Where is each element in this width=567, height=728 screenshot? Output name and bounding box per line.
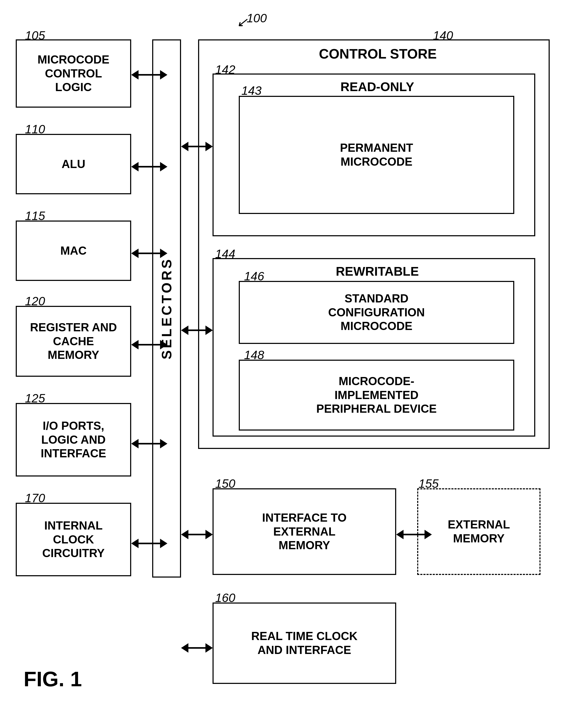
real-time-clock-label: REAL TIME CLOCKAND INTERFACE: [252, 629, 357, 657]
arrow-to-rtc: [181, 643, 213, 653]
arrow-105: [131, 70, 167, 80]
standard-config-box: STANDARDCONFIGURATIONMICROCODE: [239, 281, 514, 344]
permanent-microcode-box: PERMANENTMICROCODE: [239, 96, 514, 214]
internal-clock-label: INTERNALCLOCKCIRCUITRY: [42, 519, 105, 560]
diagram: 100 ↙ 105 MICROCODECONTROLLOGIC 110 ALU …: [0, 0, 567, 728]
microcode-peripheral-box: MICROCODE-IMPLEMENTEDPERIPHERAL DEVICE: [239, 360, 514, 431]
arrow-125: [131, 439, 167, 448]
arrow-170: [131, 539, 167, 548]
arrow-to-interface-ext: [181, 530, 213, 539]
interface-external-memory-label: INTERFACE TOEXTERNALMEMORY: [262, 511, 346, 552]
io-ports-label: I/O PORTS,LOGIC ANDINTERFACE: [41, 419, 106, 460]
arrow-ext-memory: [396, 530, 432, 539]
microcode-control-logic-label: MICROCODECONTROLLOGIC: [38, 53, 109, 94]
standard-config-label: STANDARDCONFIGURATIONMICROCODE: [328, 292, 425, 333]
ref-100: 100: [247, 11, 267, 25]
fig-label: FIG. 1: [24, 667, 82, 691]
internal-clock-box: INTERNALCLOCKCIRCUITRY: [16, 503, 131, 576]
selectors-bar: SELECTORS: [152, 39, 181, 578]
arrow-115: [131, 249, 167, 258]
io-ports-box: I/O PORTS,LOGIC ANDINTERFACE: [16, 403, 131, 476]
arrow-indicator: ↙: [237, 14, 248, 30]
arrow-to-control-store: [181, 142, 213, 151]
external-memory-label: EXTERNALMEMORY: [448, 518, 510, 546]
register-cache-box: REGISTER ANDCACHEMEMORY: [16, 306, 131, 377]
alu-label: ALU: [62, 157, 85, 171]
arrow-to-rewritable: [181, 326, 213, 335]
ref-143: 143: [242, 83, 262, 98]
arrow-110: [131, 162, 167, 171]
read-only-label: READ-ONLY: [340, 79, 414, 95]
control-store-label: CONTROL STORE: [319, 46, 437, 62]
external-memory-box: EXTERNALMEMORY: [417, 488, 540, 575]
arrow-120: [131, 340, 167, 349]
mac-box: MAC: [16, 221, 131, 281]
alu-box: ALU: [16, 134, 131, 194]
microcode-control-logic-box: MICROCODECONTROLLOGIC: [16, 39, 131, 108]
register-cache-label: REGISTER ANDCACHEMEMORY: [30, 321, 117, 362]
microcode-peripheral-label: MICROCODE-IMPLEMENTEDPERIPHERAL DEVICE: [316, 374, 437, 416]
rewritable-label: REWRITABLE: [336, 264, 419, 279]
mac-label: MAC: [60, 244, 87, 258]
permanent-microcode-label: PERMANENTMICROCODE: [340, 141, 413, 169]
real-time-clock-box: REAL TIME CLOCKAND INTERFACE: [213, 603, 396, 684]
interface-external-memory-box: INTERFACE TOEXTERNALMEMORY: [213, 488, 396, 575]
